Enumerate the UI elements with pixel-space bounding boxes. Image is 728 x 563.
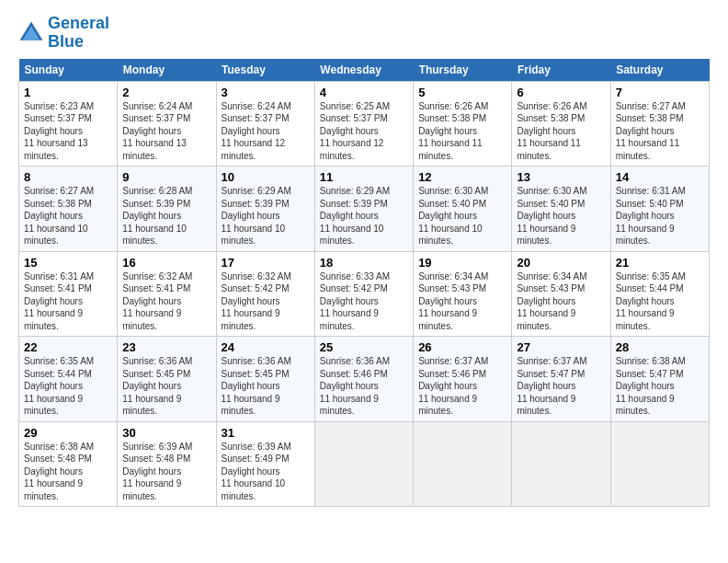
day-cell: 7Sunrise: 6:27 AMSunset: 5:38 PMDaylight…	[610, 81, 709, 167]
day-info: Sunrise: 6:31 AMSunset: 5:41 PMDaylight …	[24, 270, 112, 333]
day-number: 12	[418, 170, 506, 184]
logo-icon	[18, 20, 44, 46]
day-info: Sunrise: 6:27 AMSunset: 5:38 PMDaylight …	[616, 100, 704, 163]
day-cell: 30Sunrise: 6:39 AMSunset: 5:48 PMDayligh…	[118, 421, 216, 507]
day-number: 25	[320, 340, 408, 354]
day-cell	[314, 421, 413, 507]
day-info: Sunrise: 6:32 AMSunset: 5:42 PMDaylight …	[222, 270, 310, 333]
day-cell: 23Sunrise: 6:36 AMSunset: 5:45 PMDayligh…	[118, 337, 216, 422]
day-number: 5	[418, 86, 506, 99]
day-info: Sunrise: 6:39 AMSunset: 5:48 PMDaylight …	[122, 441, 210, 503]
day-number: 26	[418, 340, 506, 354]
col-header-saturday: Saturday	[610, 59, 709, 82]
day-info: Sunrise: 6:35 AMSunset: 5:44 PMDaylight …	[24, 355, 112, 418]
day-number: 24	[222, 340, 310, 354]
day-number: 27	[517, 340, 605, 354]
day-info: Sunrise: 6:24 AMSunset: 5:37 PMDaylight …	[122, 100, 210, 163]
day-cell	[512, 421, 610, 507]
day-number: 7	[616, 86, 704, 99]
logo-text: General Blue	[48, 15, 109, 52]
day-number: 29	[24, 426, 112, 440]
day-info: Sunrise: 6:25 AMSunset: 5:37 PMDaylight …	[320, 100, 408, 163]
day-info: Sunrise: 6:39 AMSunset: 5:49 PMDaylight …	[222, 441, 310, 503]
col-header-sunday: Sunday	[19, 59, 118, 82]
day-info: Sunrise: 6:29 AMSunset: 5:39 PMDaylight …	[222, 185, 310, 247]
day-info: Sunrise: 6:24 AMSunset: 5:37 PMDaylight …	[222, 100, 310, 163]
day-number: 2	[122, 86, 210, 99]
day-number: 28	[616, 340, 704, 354]
day-info: Sunrise: 6:35 AMSunset: 5:44 PMDaylight …	[616, 270, 704, 333]
day-info: Sunrise: 6:29 AMSunset: 5:39 PMDaylight …	[320, 185, 408, 247]
week-row-2: 8Sunrise: 6:27 AMSunset: 5:38 PMDaylight…	[19, 167, 710, 252]
day-info: Sunrise: 6:34 AMSunset: 5:43 PMDaylight …	[418, 270, 506, 333]
day-info: Sunrise: 6:37 AMSunset: 5:46 PMDaylight …	[418, 355, 506, 418]
day-info: Sunrise: 6:34 AMSunset: 5:43 PMDaylight …	[517, 270, 605, 333]
col-header-thursday: Thursday	[414, 59, 512, 82]
day-cell: 22Sunrise: 6:35 AMSunset: 5:44 PMDayligh…	[19, 337, 118, 422]
day-cell: 19Sunrise: 6:34 AMSunset: 5:43 PMDayligh…	[414, 251, 512, 337]
day-cell: 9Sunrise: 6:28 AMSunset: 5:39 PMDaylight…	[118, 167, 216, 252]
logo: General Blue	[18, 15, 109, 52]
week-row-1: 1Sunrise: 6:23 AMSunset: 5:37 PMDaylight…	[19, 81, 710, 167]
day-cell: 8Sunrise: 6:27 AMSunset: 5:38 PMDaylight…	[19, 167, 118, 252]
day-number: 15	[24, 256, 112, 270]
day-number: 19	[418, 256, 506, 270]
day-info: Sunrise: 6:31 AMSunset: 5:40 PMDaylight …	[616, 185, 704, 247]
day-info: Sunrise: 6:38 AMSunset: 5:48 PMDaylight …	[24, 441, 112, 503]
day-info: Sunrise: 6:26 AMSunset: 5:38 PMDaylight …	[418, 100, 506, 163]
calendar-table: SundayMondayTuesdayWednesdayThursdayFrid…	[18, 59, 710, 508]
day-info: Sunrise: 6:36 AMSunset: 5:46 PMDaylight …	[320, 355, 408, 418]
day-cell: 4Sunrise: 6:25 AMSunset: 5:37 PMDaylight…	[314, 81, 413, 167]
week-row-4: 22Sunrise: 6:35 AMSunset: 5:44 PMDayligh…	[19, 337, 710, 422]
day-cell: 6Sunrise: 6:26 AMSunset: 5:38 PMDaylight…	[512, 81, 610, 167]
day-cell: 29Sunrise: 6:38 AMSunset: 5:48 PMDayligh…	[19, 421, 118, 507]
day-cell: 25Sunrise: 6:36 AMSunset: 5:46 PMDayligh…	[314, 337, 413, 422]
day-cell: 10Sunrise: 6:29 AMSunset: 5:39 PMDayligh…	[216, 167, 314, 252]
day-cell: 18Sunrise: 6:33 AMSunset: 5:42 PMDayligh…	[314, 251, 413, 337]
day-info: Sunrise: 6:36 AMSunset: 5:45 PMDaylight …	[122, 355, 210, 418]
day-number: 9	[122, 170, 210, 184]
day-info: Sunrise: 6:28 AMSunset: 5:39 PMDaylight …	[122, 185, 210, 247]
day-number: 4	[320, 86, 408, 99]
day-number: 3	[222, 86, 310, 99]
day-cell: 15Sunrise: 6:31 AMSunset: 5:41 PMDayligh…	[19, 251, 118, 337]
day-cell: 5Sunrise: 6:26 AMSunset: 5:38 PMDaylight…	[414, 81, 512, 167]
day-number: 11	[320, 170, 408, 184]
day-number: 30	[122, 426, 210, 440]
day-number: 1	[24, 86, 112, 99]
day-cell: 26Sunrise: 6:37 AMSunset: 5:46 PMDayligh…	[414, 337, 512, 422]
day-number: 17	[222, 256, 310, 270]
day-info: Sunrise: 6:30 AMSunset: 5:40 PMDaylight …	[517, 185, 605, 247]
day-number: 8	[24, 170, 112, 184]
col-header-friday: Friday	[512, 59, 610, 82]
day-cell: 28Sunrise: 6:38 AMSunset: 5:47 PMDayligh…	[610, 337, 709, 422]
col-header-wednesday: Wednesday	[314, 59, 413, 82]
day-cell: 14Sunrise: 6:31 AMSunset: 5:40 PMDayligh…	[610, 167, 709, 252]
day-cell: 12Sunrise: 6:30 AMSunset: 5:40 PMDayligh…	[414, 167, 512, 252]
day-number: 14	[616, 170, 704, 184]
day-number: 22	[24, 340, 112, 354]
day-info: Sunrise: 6:38 AMSunset: 5:47 PMDaylight …	[616, 355, 704, 418]
week-row-5: 29Sunrise: 6:38 AMSunset: 5:48 PMDayligh…	[19, 421, 710, 507]
day-info: Sunrise: 6:36 AMSunset: 5:45 PMDaylight …	[222, 355, 310, 418]
day-info: Sunrise: 6:30 AMSunset: 5:40 PMDaylight …	[418, 185, 506, 247]
day-number: 21	[616, 256, 704, 270]
day-cell: 31Sunrise: 6:39 AMSunset: 5:49 PMDayligh…	[216, 421, 314, 507]
day-info: Sunrise: 6:32 AMSunset: 5:41 PMDaylight …	[122, 270, 210, 333]
day-number: 23	[122, 340, 210, 354]
day-info: Sunrise: 6:23 AMSunset: 5:37 PMDaylight …	[24, 100, 112, 163]
day-number: 6	[517, 86, 605, 99]
day-cell	[610, 421, 709, 507]
day-info: Sunrise: 6:27 AMSunset: 5:38 PMDaylight …	[24, 185, 112, 247]
day-cell: 16Sunrise: 6:32 AMSunset: 5:41 PMDayligh…	[118, 251, 216, 337]
day-cell: 20Sunrise: 6:34 AMSunset: 5:43 PMDayligh…	[512, 251, 610, 337]
day-cell: 24Sunrise: 6:36 AMSunset: 5:45 PMDayligh…	[216, 337, 314, 422]
day-cell: 21Sunrise: 6:35 AMSunset: 5:44 PMDayligh…	[610, 251, 709, 337]
day-cell	[414, 421, 512, 507]
day-cell: 2Sunrise: 6:24 AMSunset: 5:37 PMDaylight…	[118, 81, 216, 167]
day-info: Sunrise: 6:37 AMSunset: 5:47 PMDaylight …	[517, 355, 605, 418]
day-number: 13	[517, 170, 605, 184]
day-number: 18	[320, 256, 408, 270]
day-number: 20	[517, 256, 605, 270]
day-cell: 1Sunrise: 6:23 AMSunset: 5:37 PMDaylight…	[19, 81, 118, 167]
